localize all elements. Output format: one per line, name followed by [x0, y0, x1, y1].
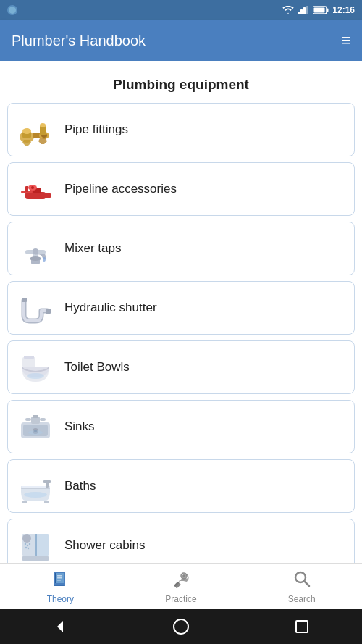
- list-item-baths[interactable]: Baths: [7, 459, 355, 513]
- app-title: Plumber's Handbook: [12, 33, 146, 49]
- hydraulic-icon: [17, 289, 54, 327]
- svg-rect-40: [40, 418, 46, 421]
- svg-rect-30: [22, 298, 27, 302]
- theory-label: Theory: [47, 594, 74, 604]
- svg-marker-16: [38, 138, 47, 144]
- battery-icon: [313, 6, 329, 14]
- back-button[interactable]: [50, 616, 70, 637]
- svg-point-28: [33, 248, 38, 254]
- svg-rect-21: [43, 193, 51, 198]
- pipe-fittings-icon: [17, 111, 54, 149]
- svg-rect-79: [57, 575, 62, 577]
- mixer-taps-icon: [17, 230, 54, 267]
- svg-point-56: [25, 543, 26, 545]
- baths-icon: [17, 467, 54, 505]
- shower-icon: [17, 527, 54, 563]
- list-item-hydraulic[interactable]: Hydraulic shutter: [7, 281, 355, 335]
- status-bar: 12:16: [0, 0, 362, 20]
- svg-rect-2: [303, 7, 306, 14]
- svg-rect-39: [25, 418, 31, 421]
- svg-rect-32: [22, 357, 35, 367]
- svg-rect-33: [24, 356, 34, 359]
- list-item-toilet[interactable]: Toilet Bowls: [7, 340, 355, 394]
- shower-label: Shower cabins: [64, 538, 146, 553]
- sinks-icon: [17, 408, 54, 446]
- toilet-icon: [17, 348, 54, 386]
- svg-rect-20: [25, 186, 28, 192]
- svg-rect-80: [57, 577, 62, 579]
- svg-point-55: [22, 534, 31, 543]
- svg-rect-81: [57, 580, 61, 581]
- baths-label: Baths: [64, 479, 96, 493]
- list-item-shower[interactable]: Shower cabins: [7, 519, 355, 563]
- pipeline-label: Pipeline accessories: [64, 182, 177, 196]
- status-indicator: [7, 5, 17, 15]
- svg-rect-77: [55, 573, 56, 583]
- list-item-pipeline[interactable]: Pipeline accessories: [7, 162, 355, 216]
- svg-rect-51: [22, 556, 49, 561]
- svg-point-58: [29, 543, 30, 545]
- wifi-icon: [282, 6, 294, 14]
- svg-point-57: [27, 545, 28, 546]
- mixer-label: Mixer taps: [64, 241, 121, 256]
- svg-rect-78: [54, 585, 65, 586]
- home-button[interactable]: [171, 616, 191, 637]
- section-heading: Plumbing equipment: [7, 68, 355, 103]
- status-right: 12:16: [282, 5, 355, 15]
- search-label: Search: [288, 594, 316, 604]
- toilet-label: Toilet Bowls: [64, 360, 130, 375]
- pipe-fittings-label: Pipe fittings: [64, 122, 128, 137]
- svg-marker-88: [57, 621, 63, 632]
- sinks-label: Sinks: [64, 419, 95, 434]
- pipeline-icon: [17, 170, 54, 208]
- svg-rect-3: [306, 6, 308, 14]
- svg-point-59: [25, 547, 27, 548]
- time-display: 12:16: [332, 5, 355, 15]
- svg-line-87: [304, 581, 309, 586]
- search-icon: [292, 569, 312, 592]
- book-icon: [50, 569, 70, 592]
- hydraulic-label: Hydraulic shutter: [64, 301, 157, 315]
- svg-point-23: [31, 186, 34, 189]
- svg-rect-53: [35, 534, 49, 556]
- list-item-pipe-fittings[interactable]: Pipe fittings: [7, 103, 355, 156]
- nav-theory[interactable]: Theory: [0, 564, 121, 609]
- svg-point-60: [28, 548, 29, 549]
- bottom-nav: Theory Practice Sear: [0, 563, 362, 609]
- svg-rect-31: [46, 309, 51, 314]
- svg-point-26: [30, 256, 41, 261]
- nav-search[interactable]: Search: [241, 564, 362, 609]
- svg-point-85: [182, 574, 185, 577]
- practice-label: Practice: [165, 594, 196, 604]
- menu-button[interactable]: ≡: [341, 33, 350, 49]
- svg-point-29: [43, 257, 46, 262]
- svg-rect-38: [33, 415, 38, 418]
- nav-practice[interactable]: Practice: [121, 564, 242, 609]
- svg-rect-1: [300, 9, 303, 14]
- svg-rect-5: [327, 9, 329, 12]
- svg-point-9: [22, 128, 31, 134]
- wrench-icon: [171, 569, 191, 592]
- svg-point-34: [27, 373, 44, 379]
- svg-point-14: [40, 123, 46, 127]
- recents-button[interactable]: [292, 616, 312, 637]
- svg-rect-46: [22, 501, 27, 503]
- system-nav: [0, 609, 362, 644]
- list-item-mixer[interactable]: Mixer taps: [7, 222, 355, 275]
- svg-point-50: [24, 492, 47, 498]
- svg-rect-54: [35, 534, 37, 556]
- svg-point-43: [28, 430, 43, 435]
- svg-rect-49: [43, 480, 51, 483]
- svg-marker-15: [22, 140, 31, 146]
- app-header: Plumber's Handbook ≡: [0, 20, 362, 61]
- list-item-sinks[interactable]: Sinks: [7, 400, 355, 453]
- svg-rect-0: [298, 12, 300, 14]
- status-left: [7, 5, 17, 15]
- svg-rect-6: [314, 8, 325, 13]
- signal-icon: [298, 6, 309, 14]
- svg-rect-47: [44, 501, 49, 503]
- main-content: Plumbing equipment Pipe fittings: [0, 61, 362, 563]
